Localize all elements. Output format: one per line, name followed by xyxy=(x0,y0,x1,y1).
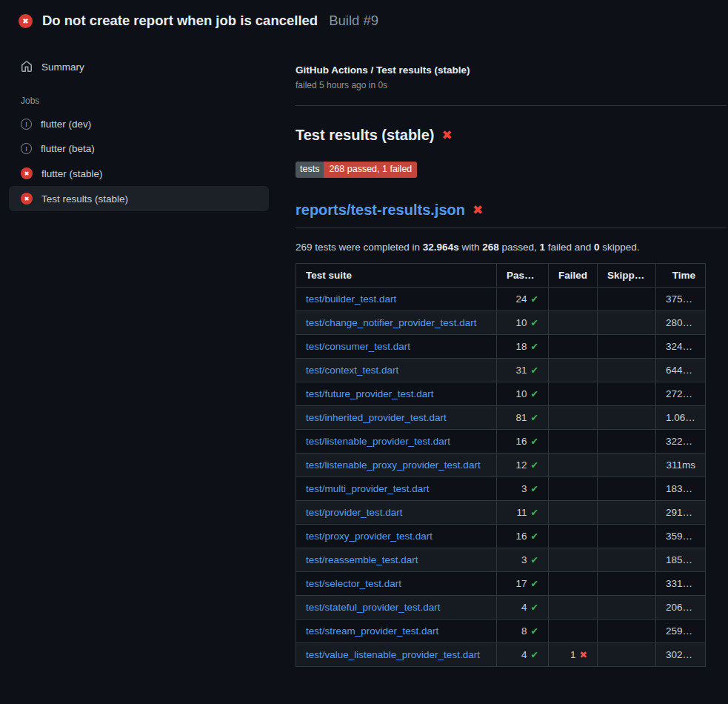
table-row: test/listenable_provider_test.dart16✔322… xyxy=(296,429,706,453)
table-row: test/listenable_proxy_provider_test.dart… xyxy=(296,453,706,476)
check-icon: ✔ xyxy=(531,484,538,494)
passed-cell: 18✔ xyxy=(497,334,549,358)
passed-cell: 31✔ xyxy=(497,358,549,382)
skipped-cell xyxy=(598,453,656,476)
passed-cell: 3✔ xyxy=(497,476,549,500)
cross-icon: ✖ xyxy=(580,650,587,660)
passed-cell: 16✔ xyxy=(497,429,549,453)
build-failed-icon: ✖ xyxy=(19,14,33,28)
failed-cell xyxy=(549,595,598,619)
suite-cell: test/consumer_test.dart xyxy=(296,334,497,358)
passed-cell-value: 24 xyxy=(515,293,527,305)
passed-cell-value: 81 xyxy=(515,412,527,423)
table-row: test/consumer_test.dart18✔324ms xyxy=(296,334,706,358)
passed-cell-value: 18 xyxy=(515,341,527,352)
sidebar-item-label: flutter (dev) xyxy=(41,119,91,130)
failed-cell xyxy=(549,311,598,334)
run-meta: failed 5 hours ago in 0s xyxy=(295,80,727,90)
failed-x-icon: ✖ xyxy=(472,202,483,218)
sidebar-item-label: Summary xyxy=(41,62,84,73)
failed-cell-value: 1 xyxy=(570,649,576,660)
section-title: Test results (stable) ✖ xyxy=(295,127,727,144)
passed-cell: 11✔ xyxy=(497,500,549,524)
suite-link[interactable]: test/proxy_provider_test.dart xyxy=(306,531,433,542)
suite-link[interactable]: test/multi_provider_test.dart xyxy=(306,483,430,494)
col-header-failed: Failed xyxy=(549,263,598,287)
check-icon: ✔ xyxy=(531,579,538,589)
suite-link[interactable]: test/stream_provider_test.dart xyxy=(306,625,438,637)
page-header: ✖ Do not create report when job is cance… xyxy=(0,0,728,38)
suite-link[interactable]: test/consumer_test.dart xyxy=(306,341,410,352)
summary-duration: 32.964s xyxy=(423,242,459,253)
failed-cell xyxy=(549,287,598,311)
failed-cell xyxy=(549,571,598,595)
suite-link[interactable]: test/context_test.dart xyxy=(306,365,398,376)
suite-link[interactable]: test/listenable_provider_test.dart xyxy=(306,436,450,447)
sidebar-item-flutter-dev[interactable]: ! flutter (dev) xyxy=(9,112,269,136)
suite-cell: test/listenable_proxy_provider_test.dart xyxy=(296,453,497,476)
col-header-test-suite: Test suite xyxy=(296,263,497,287)
passed-cell-value: 4 xyxy=(521,602,527,613)
suite-link[interactable]: test/future_provider_test.dart xyxy=(306,388,434,399)
table-header-row: Test suite Passed Failed Skipped Time xyxy=(296,263,706,287)
skipped-cell xyxy=(598,311,656,334)
test-summary-line: 269 tests were completed in 32.964s with… xyxy=(295,242,727,253)
suite-link[interactable]: test/provider_test.dart xyxy=(306,507,403,518)
suite-cell: test/selector_test.dart xyxy=(296,571,497,595)
check-icon: ✔ xyxy=(531,342,538,352)
sidebar-item-test-results-stable[interactable]: ✖ Test results (stable) xyxy=(9,186,269,211)
check-icon: ✔ xyxy=(531,555,538,565)
suite-cell: test/provider_test.dart xyxy=(296,500,497,524)
suite-cell: test/stream_provider_test.dart xyxy=(296,619,497,642)
passed-cell: 10✔ xyxy=(497,382,549,405)
suite-link[interactable]: test/stateful_provider_test.dart xyxy=(306,602,441,613)
passed-cell-value: 3 xyxy=(521,554,527,565)
skipped-cell xyxy=(598,619,656,642)
table-row: test/stream_provider_test.dart8✔259ms xyxy=(296,619,706,642)
suite-cell: test/multi_provider_test.dart xyxy=(296,476,497,500)
skipped-cell xyxy=(598,429,656,453)
check-icon: ✔ xyxy=(531,436,538,447)
col-header-passed: Passed xyxy=(497,263,549,287)
suite-link[interactable]: test/builder_test.dart xyxy=(306,293,396,305)
summary-text: skipped. xyxy=(600,242,640,253)
summary-failed-count: 1 xyxy=(540,242,546,253)
table-row: test/selector_test.dart17✔331ms xyxy=(296,571,706,595)
suite-link[interactable]: test/change_notifier_provider_test.dart xyxy=(306,317,476,328)
sidebar-item-summary[interactable]: Summary xyxy=(9,54,269,79)
sidebar-item-label: flutter (beta) xyxy=(41,143,95,154)
skipped-cell xyxy=(598,642,656,666)
passed-cell: 8✔ xyxy=(497,619,549,642)
failed-cell xyxy=(549,500,598,524)
skipped-cell xyxy=(598,524,656,548)
suite-link[interactable]: test/inherited_provider_test.dart xyxy=(306,412,447,423)
sidebar-item-flutter-beta[interactable]: ! flutter (beta) xyxy=(9,136,269,161)
passed-cell-value: 4 xyxy=(521,649,527,660)
check-icon: ✔ xyxy=(531,294,538,305)
suite-link[interactable]: test/value_listenable_provider_test.dart xyxy=(306,649,480,660)
time-cell: 185ms xyxy=(656,548,706,571)
passed-cell-value: 17 xyxy=(515,578,527,589)
failed-status-icon: ✖ xyxy=(21,193,33,205)
build-number: Build #9 xyxy=(329,13,378,29)
home-icon xyxy=(21,61,33,73)
suite-link[interactable]: test/listenable_proxy_provider_test.dart xyxy=(306,459,481,471)
suite-link[interactable]: test/selector_test.dart xyxy=(306,578,401,589)
sidebar-item-flutter-stable[interactable]: ✖ flutter (stable) xyxy=(9,161,269,186)
report-link[interactable]: reports/test-results.json xyxy=(295,202,465,219)
skipped-cell xyxy=(598,405,656,429)
table-row: test/multi_provider_test.dart3✔183ms xyxy=(296,476,706,500)
check-icon: ✔ xyxy=(531,389,538,399)
passed-cell-value: 10 xyxy=(515,388,527,399)
summary-text: passed, xyxy=(499,242,540,253)
table-row: test/context_test.dart31✔644ms xyxy=(296,358,706,382)
suite-cell: test/change_notifier_provider_test.dart xyxy=(296,311,497,334)
time-cell: 272ms xyxy=(656,382,706,405)
summary-text: with xyxy=(459,242,483,253)
table-row: test/provider_test.dart11✔291ms xyxy=(296,500,706,524)
skipped-cell xyxy=(598,358,656,382)
suite-cell: test/value_listenable_provider_test.dart xyxy=(296,642,497,666)
check-icon: ✔ xyxy=(531,318,538,328)
suite-link[interactable]: test/reassemble_test.dart xyxy=(306,554,418,565)
table-row: test/change_notifier_provider_test.dart1… xyxy=(296,311,706,334)
